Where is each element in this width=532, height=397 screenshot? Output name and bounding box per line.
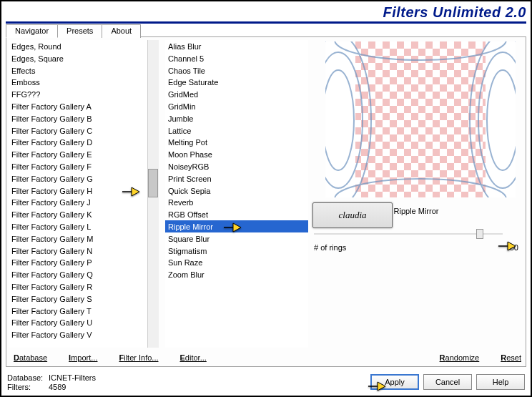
category-item[interactable]: Filter Factory Gallery H	[9, 185, 159, 197]
category-item[interactable]: Filter Factory Gallery G	[9, 172, 159, 185]
reset-link[interactable]: Reset	[501, 353, 521, 362]
svg-rect-4	[355, 41, 486, 197]
filter-item[interactable]: Square Blur	[165, 232, 308, 245]
filter-info-link[interactable]: Filter Info...	[119, 353, 158, 362]
footer: Database:ICNET-Filters Filters:4589 Appl…	[7, 373, 525, 391]
category-item[interactable]: Edges, Round	[9, 40, 159, 52]
footer-filters-label: Filters:	[7, 383, 49, 391]
category-item[interactable]: Filter Factory Gallery U	[9, 316, 159, 328]
footer-info: Database:ICNET-Filters Filters:4589	[7, 373, 96, 391]
tab-bar: Navigator Presets About	[6, 24, 140, 38]
filter-list[interactable]: Alias BlurChannel 5Chaos TileEdge Satura…	[165, 40, 308, 348]
filter-item[interactable]: Melting Pot	[165, 136, 308, 148]
param-rings: # of rings 80	[314, 243, 518, 252]
category-item[interactable]: Emboss	[9, 76, 159, 88]
rings-slider[interactable]	[314, 229, 503, 239]
tab-navigator[interactable]: Navigator	[6, 24, 58, 38]
category-item[interactable]: Filter Factory Gallery M	[9, 232, 159, 245]
footer-database-value: ICNET-Filters	[49, 373, 96, 382]
category-item[interactable]: Effects	[9, 64, 159, 77]
category-item[interactable]: FFG???	[9, 88, 159, 100]
category-item[interactable]: Filter Factory Gallery V	[9, 328, 159, 340]
category-item[interactable]: Filter Factory Gallery Q	[9, 268, 159, 280]
import-link[interactable]: Import...	[69, 353, 97, 362]
cancel-button[interactable]: Cancel	[423, 374, 472, 390]
preview-pane	[325, 41, 516, 197]
category-item[interactable]: Filter Factory Gallery F	[9, 160, 159, 172]
filter-item[interactable]: Jumble	[165, 112, 308, 124]
filter-item[interactable]: GridMin	[165, 100, 308, 112]
filter-item[interactable]: Reverb	[165, 196, 308, 208]
editor-link[interactable]: Editor...	[180, 353, 207, 362]
param-rings-label: # of rings	[314, 243, 346, 252]
category-item[interactable]: Filter Factory Gallery A	[9, 100, 159, 112]
help-button[interactable]: Help	[476, 374, 525, 390]
category-list[interactable]: Edges, RoundEdges, SquareEffectsEmbossFF…	[9, 40, 159, 348]
filter-item[interactable]: Edge Saturate	[165, 76, 308, 88]
category-item[interactable]: Filter Factory Gallery N	[9, 245, 159, 257]
app-title: Filters Unlimited 2.0	[383, 4, 526, 21]
tab-about[interactable]: About	[102, 24, 141, 38]
category-item[interactable]: Filter Factory Gallery B	[9, 112, 159, 124]
filter-item[interactable]: Print Screen	[165, 172, 308, 185]
filter-item[interactable]: Lattice	[165, 124, 308, 137]
category-item[interactable]: Filter Factory Gallery P	[9, 256, 159, 268]
category-item[interactable]: Filter Factory Gallery T	[9, 305, 159, 317]
category-item[interactable]: Filter Factory Gallery J	[9, 196, 159, 208]
filter-item[interactable]: GridMed	[165, 88, 308, 100]
category-item[interactable]: Filter Factory Gallery L	[9, 220, 159, 232]
category-item[interactable]: Filter Factory Gallery S	[9, 293, 159, 305]
category-item[interactable]: Filter Factory Gallery C	[9, 124, 159, 137]
filter-item[interactable]: Channel 5	[165, 52, 308, 64]
category-item[interactable]: Filter Factory Gallery D	[9, 136, 159, 148]
filter-item[interactable]: Zoom Blur	[165, 268, 308, 280]
slider-track	[314, 233, 503, 235]
filter-item[interactable]: Moon Phase	[165, 148, 308, 160]
main-panel: Edges, RoundEdges, SquareEffectsEmbossFF…	[6, 36, 526, 367]
filter-item[interactable]: Chaos Tile	[165, 64, 308, 77]
filter-item[interactable]: Alias Blur	[165, 40, 308, 52]
database-link[interactable]: Database	[14, 353, 47, 362]
filter-item[interactable]: NoiseyRGB	[165, 160, 308, 172]
watermark-badge: claudia	[312, 202, 393, 228]
scrollbar-thumb[interactable]	[148, 169, 158, 197]
footer-buttons: Apply Cancel Help	[370, 374, 525, 390]
category-item[interactable]: Filter Factory Gallery K	[9, 208, 159, 220]
apply-button[interactable]: Apply	[370, 374, 419, 390]
filter-item[interactable]: Stigmatism	[165, 245, 308, 257]
filter-item[interactable]: Ripple Mirror	[165, 220, 308, 232]
footer-filters-value: 4589	[49, 383, 66, 391]
bottom-link-bar: Database Import... Filter Info... Editor…	[14, 353, 521, 362]
scrollbar[interactable]	[147, 40, 159, 348]
slider-thumb[interactable]	[476, 229, 483, 239]
param-rings-value: 80	[510, 243, 518, 252]
header-underline	[6, 21, 526, 24]
category-item[interactable]: Filter Factory Gallery R	[9, 280, 159, 293]
category-item[interactable]: Filter Factory Gallery E	[9, 148, 159, 160]
filter-item[interactable]: Quick Sepia	[165, 185, 308, 197]
tab-presets[interactable]: Presets	[57, 24, 102, 38]
randomize-link[interactable]: Randomize	[440, 353, 480, 362]
filter-item[interactable]: RGB Offset	[165, 208, 308, 220]
category-item[interactable]: Edges, Square	[9, 52, 159, 64]
footer-database-label: Database:	[7, 373, 49, 382]
filter-item[interactable]: Sun Raze	[165, 256, 308, 268]
